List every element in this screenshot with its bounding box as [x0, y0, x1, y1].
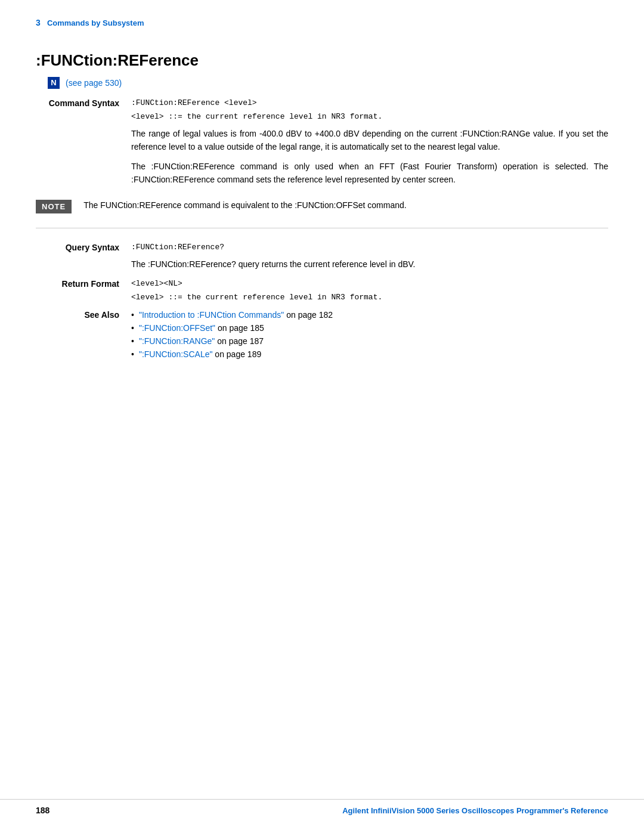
n-badge-row: N (see page 530) — [48, 77, 608, 89]
return-format-line2: <level> ::= the current reference level … — [131, 293, 608, 302]
breadcrumb-area: 3 Commands by Subsystem — [0, 0, 644, 33]
list-item: ":FUNCtion:SCALe" on page 189 — [131, 349, 608, 359]
list-item: ":FUNCtion:OFFSet" on page 185 — [131, 323, 608, 333]
see-also-plain-2: on page 185 — [215, 323, 264, 333]
command-description2: The :FUNCtion:REFerence command is only … — [131, 160, 608, 187]
note-text: The FUNCtion:REFerence command is equiva… — [83, 199, 407, 212]
see-also-label: See Also — [36, 310, 131, 320]
query-syntax-code: :FUNCtion:REFerence? — [131, 243, 608, 252]
command-description1: The range of legal values is from -400.0… — [131, 127, 608, 154]
breadcrumb-number: 3 — [36, 18, 41, 27]
query-description: The :FUNCtion:REFerence? query returns t… — [131, 258, 608, 271]
query-syntax-content: :FUNCtion:REFerence? The :FUNCtion:REFer… — [131, 243, 608, 271]
command-title: :FUNCtion:REFerence — [36, 51, 608, 70]
command-syntax-content: :FUNCtion:REFerence <level> <level> ::= … — [131, 98, 608, 187]
footer-page-number: 188 — [36, 806, 49, 815]
query-syntax-row: Query Syntax :FUNCtion:REFerence? The :F… — [36, 243, 608, 271]
command-syntax-line2: <level> ::= the current reference level … — [131, 112, 608, 121]
command-syntax-label: Command Syntax — [36, 98, 131, 108]
see-also-plain-3: on page 187 — [215, 336, 264, 346]
page: 3 Commands by Subsystem :FUNCtion:REFere… — [0, 0, 644, 833]
return-format-content: <level><NL> <level> ::= the current refe… — [131, 279, 608, 302]
see-also-link-4[interactable]: ":FUNCtion:SCALe" — [139, 349, 213, 359]
footer-title: Agilent InfiniiVision 5000 Series Oscill… — [342, 806, 608, 815]
see-also-link-2[interactable]: ":FUNCtion:OFFSet" — [139, 323, 215, 333]
note-badge: NOTE — [36, 200, 72, 213]
command-syntax-line1: :FUNCtion:REFerence <level> — [131, 98, 608, 107]
note-row: NOTE The FUNCtion:REFerence command is e… — [36, 199, 608, 213]
section-divider — [36, 228, 608, 228]
see-also-list: "Introduction to :FUNCtion Commands" on … — [131, 310, 608, 359]
return-format-line1: <level><NL> — [131, 279, 608, 288]
list-item: ":FUNCtion:RANGe" on page 187 — [131, 336, 608, 346]
main-content: :FUNCtion:REFerence N (see page 530) Com… — [0, 33, 644, 407]
see-also-plain-1: on page 182 — [284, 310, 333, 320]
query-syntax-label: Query Syntax — [36, 243, 131, 252]
return-format-label: Return Format — [36, 279, 131, 289]
n-badge: N — [48, 77, 60, 89]
see-also-link-1[interactable]: "Introduction to :FUNCtion Commands" — [139, 310, 284, 320]
breadcrumb-text: Commands by Subsystem — [43, 18, 144, 27]
see-also-row: See Also "Introduction to :FUNCtion Comm… — [36, 310, 608, 363]
return-format-row: Return Format <level><NL> <level> ::= th… — [36, 279, 608, 302]
footer: 188 Agilent InfiniiVision 5000 Series Os… — [0, 799, 644, 815]
n-badge-link[interactable]: (see page 530) — [66, 78, 122, 88]
command-syntax-row: Command Syntax :FUNCtion:REFerence <leve… — [36, 98, 608, 187]
see-also-content: "Introduction to :FUNCtion Commands" on … — [131, 310, 608, 363]
see-also-link-3[interactable]: ":FUNCtion:RANGe" — [139, 336, 215, 346]
list-item: "Introduction to :FUNCtion Commands" on … — [131, 310, 608, 320]
see-also-plain-4: on page 189 — [212, 349, 261, 359]
